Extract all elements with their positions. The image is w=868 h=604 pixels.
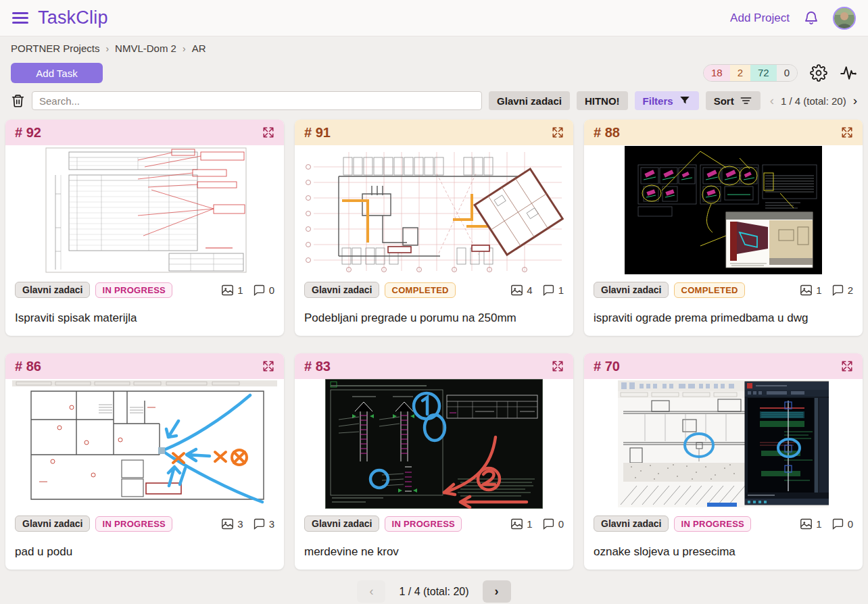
expand-icon[interactable] [552, 126, 564, 139]
filters-label: Filters [643, 95, 673, 107]
filter-funnel-icon [679, 95, 691, 107]
breadcrumb-separator: › [105, 43, 109, 54]
comment-count-icon [831, 284, 844, 296]
user-avatar[interactable] [833, 7, 856, 30]
count-other-badge: 0 [777, 65, 797, 81]
bottom-pagination: ‹ 1 / 4 (total: 20) › [0, 570, 868, 604]
breadcrumb-item-project[interactable]: NMVL-Dom 2 [115, 43, 176, 54]
comment-count-icon [542, 518, 555, 530]
top-pagination-next-icon[interactable]: › [853, 93, 857, 108]
comment-count-icon [831, 518, 844, 530]
task-thumbnail[interactable] [5, 145, 284, 275]
count-review-badge: 2 [730, 65, 750, 81]
image-count-icon [510, 518, 523, 530]
image-count: 1 [816, 518, 821, 530]
image-count: 4 [527, 284, 532, 296]
comment-count: 0 [269, 284, 274, 296]
tag-chip[interactable]: Glavni zadaci [15, 282, 90, 298]
top-pagination-prev-icon[interactable]: ‹ [770, 93, 774, 108]
breadcrumb-item-section[interactable]: AR [192, 43, 206, 54]
task-number: # 86 [15, 359, 41, 374]
image-count-icon [221, 284, 234, 296]
task-thumbnail[interactable] [295, 379, 573, 509]
task-title[interactable]: pad u podu [15, 545, 274, 559]
bottom-pagination-prev-button[interactable]: ‹ [357, 580, 385, 603]
expand-icon[interactable] [841, 360, 853, 372]
task-card-92[interactable]: # 92 [5, 120, 284, 336]
task-thumbnail[interactable] [584, 145, 863, 275]
task-number: # 91 [304, 125, 331, 141]
bottom-pagination-next-button[interactable]: › [483, 580, 511, 603]
task-count-badges: 18 2 72 0 [703, 64, 798, 82]
image-count: 3 [237, 518, 243, 530]
tag-chip[interactable]: Glavni zadaci [304, 282, 379, 298]
breadcrumb: PORTNER Projects › NMVL-Dom 2 › AR [0, 36, 868, 59]
search-input[interactable] [32, 91, 482, 110]
task-thumbnail[interactable] [295, 145, 573, 275]
task-title[interactable]: Podebljani pregrade u porumu na 250mm [304, 311, 564, 325]
task-card-91[interactable]: # 91 [295, 120, 573, 336]
settings-gear-icon[interactable] [810, 64, 827, 82]
breadcrumb-item-projects[interactable]: PORTNER Projects [11, 43, 99, 54]
image-count-icon [800, 518, 813, 530]
task-card-70[interactable]: # 70 [584, 353, 863, 570]
image-count-icon [800, 284, 813, 296]
clear-trash-icon[interactable] [11, 93, 25, 108]
task-number: # 88 [594, 125, 620, 141]
count-in-progress-badge: 18 [704, 65, 730, 81]
thumbnail-dark-ladder-detail [325, 379, 543, 509]
task-title[interactable]: merdevine ne krov [304, 545, 564, 559]
status-badge: COMPLETED [674, 282, 744, 298]
filters-button[interactable]: Filters [635, 91, 699, 110]
expand-icon[interactable] [262, 126, 274, 139]
tag-chip[interactable]: Glavni zadaci [304, 515, 379, 532]
image-count-icon [221, 518, 234, 530]
task-card-86[interactable]: # 86 [5, 353, 284, 570]
comment-count: 0 [848, 518, 853, 530]
tag-chip[interactable]: Glavni zadaci [594, 515, 669, 532]
sort-button[interactable]: Sort [706, 91, 761, 110]
image-count: 1 [527, 518, 532, 530]
task-title[interactable]: ispraviti ograde prema primedbama u dwg [594, 311, 853, 325]
add-project-link[interactable]: Add Project [730, 11, 790, 25]
tag-chip[interactable]: Glavni zadaci [15, 515, 90, 532]
task-card-88[interactable]: # 88 [584, 120, 863, 336]
task-number: # 70 [594, 359, 620, 374]
status-badge: COMPLETED [385, 282, 455, 298]
task-card-83[interactable]: # 83 [295, 353, 573, 570]
comment-count: 1 [558, 284, 564, 296]
filter-chip-glavni-zadaci[interactable]: Glavni zadaci [489, 91, 570, 110]
image-count-icon [510, 284, 523, 296]
task-title[interactable]: Ispraviti spisak materijla [15, 311, 274, 325]
task-number: # 92 [15, 125, 41, 141]
hamburger-menu-icon[interactable] [12, 12, 28, 24]
thumbnail-plan-with-markup [12, 380, 277, 507]
bottom-pagination-label: 1 / 4 (total: 20) [399, 586, 468, 598]
task-thumbnail[interactable] [584, 379, 863, 509]
task-title[interactable]: oznake slojeva u presecima [594, 545, 853, 559]
status-badge: IN PROGRESS [674, 516, 751, 532]
task-thumbnail[interactable] [5, 379, 284, 509]
comment-count-icon [253, 284, 266, 296]
sort-label: Sort [714, 95, 734, 107]
notifications-bell-icon[interactable] [803, 10, 819, 26]
thumbnail-cad-screens [618, 380, 829, 507]
expand-icon[interactable] [552, 360, 564, 372]
tag-chip[interactable]: Glavni zadaci [594, 282, 669, 298]
add-task-button[interactable]: Add Task [11, 63, 103, 83]
thumbnail-floor-plan-drawing [302, 147, 566, 274]
status-badge: IN PROGRESS [385, 516, 462, 532]
expand-icon[interactable] [841, 126, 853, 139]
filter-chip-hitno[interactable]: HITNO! [577, 91, 628, 110]
image-count: 1 [237, 284, 243, 296]
thumbnail-spec-table-drawing [37, 147, 253, 274]
toolbar: Add Task 18 2 72 0 [0, 59, 868, 86]
app-logo: TaskClip [38, 7, 108, 28]
top-bar: TaskClip Add Project [0, 0, 868, 36]
activity-pulse-icon[interactable] [840, 64, 857, 82]
thumbnail-dark-cad-sheet [625, 146, 822, 274]
expand-icon[interactable] [262, 360, 274, 372]
image-count: 1 [816, 284, 821, 296]
status-badge: IN PROGRESS [95, 516, 172, 532]
task-card-grid: # 92 [0, 118, 868, 570]
